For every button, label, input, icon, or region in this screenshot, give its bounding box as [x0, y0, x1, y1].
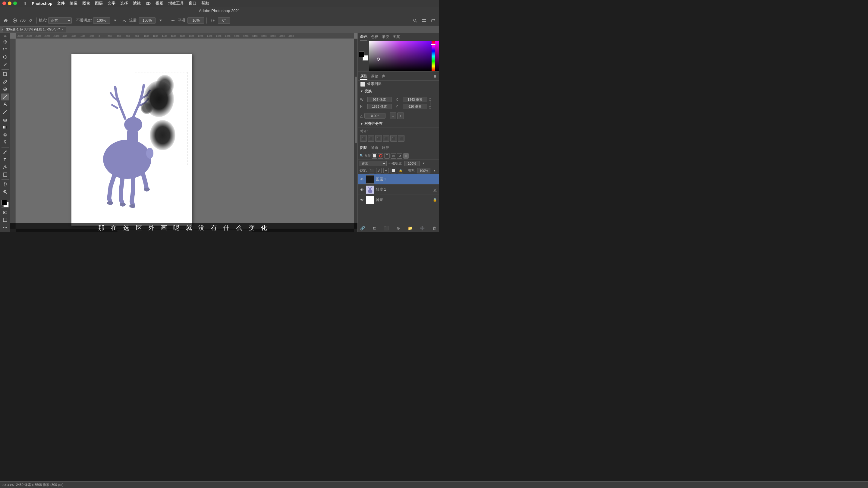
brightness-slider[interactable]: [435, 41, 439, 71]
angle-input-props[interactable]: [364, 113, 385, 118]
tool-marquee[interactable]: [1, 46, 9, 53]
add-layer-style-btn[interactable]: fx: [372, 225, 378, 231]
share-button[interactable]: [429, 17, 437, 24]
link-layers-btn[interactable]: 🔗: [360, 225, 366, 231]
blend-mode-select[interactable]: 正常: [360, 161, 387, 166]
smoothing-input[interactable]: [187, 17, 204, 24]
maximize-button[interactable]: [13, 1, 17, 5]
opacity-dropdown-btn[interactable]: ▾: [421, 161, 426, 166]
menu-edit[interactable]: 编辑: [70, 1, 78, 6]
tool-colors[interactable]: [1, 199, 9, 206]
link-constraint-icon[interactable]: [429, 96, 431, 110]
lock-paint-btn[interactable]: 🖊: [376, 168, 381, 173]
align-top-btn[interactable]: ⬛: [383, 135, 390, 142]
tab-layers[interactable]: 图层: [360, 145, 367, 150]
filter-adjustment-btn[interactable]: ⭕: [378, 153, 383, 159]
tool-dodge[interactable]: [1, 139, 9, 146]
menu-window[interactable]: 窗口: [189, 1, 196, 6]
tool-screen-mode[interactable]: [1, 217, 9, 224]
align-bottom-btn[interactable]: ⬛: [398, 135, 404, 142]
home-button[interactable]: [2, 17, 10, 24]
brush-preset-picker[interactable]: [11, 17, 19, 24]
tool-magic-wand[interactable]: [1, 61, 9, 68]
tool-pen[interactable]: [1, 148, 9, 155]
tab-libraries[interactable]: 库: [382, 73, 385, 80]
tool-history-brush[interactable]: [1, 109, 9, 116]
layer-item-1[interactable]: 👁 图层 1: [358, 174, 439, 184]
color-panel-collapse[interactable]: ☰: [434, 35, 436, 38]
add-mask-btn[interactable]: ⬛: [383, 225, 390, 231]
w-input[interactable]: [367, 97, 392, 102]
artwork-viewport[interactable]: [16, 38, 354, 229]
h-input[interactable]: [367, 104, 392, 109]
opacity-layers-input[interactable]: [404, 161, 420, 166]
transform-section-header[interactable]: ▼ 变换: [358, 87, 439, 95]
airbrush-btn[interactable]: [169, 17, 177, 24]
layer-item-bg[interactable]: 👁 背景 🔒: [358, 195, 439, 205]
filter-shape-btn[interactable]: ▭: [391, 153, 396, 159]
add-group-btn[interactable]: 📁: [407, 225, 413, 231]
menu-image[interactable]: 图像: [82, 1, 90, 6]
layer-visibility-bg[interactable]: 👁: [360, 198, 364, 202]
document-tab[interactable]: 未标题-1 @ 33.3% (牡鹿 1, RGB/8) * ×: [3, 26, 66, 33]
menu-file[interactable]: 文件: [57, 1, 65, 6]
align-center-h-btn[interactable]: ⬛: [368, 135, 374, 142]
apple-menu[interactable]: : [24, 1, 26, 6]
tool-path-selection[interactable]: [1, 164, 9, 171]
fill-input[interactable]: [417, 168, 430, 173]
color-spectrum-picker[interactable]: [369, 41, 432, 71]
mode-select[interactable]: 正常 溶解 正片叠底: [48, 17, 72, 24]
lock-pixels-btn[interactable]: ⬛: [369, 168, 374, 173]
menu-layer[interactable]: 图层: [95, 1, 103, 6]
fg-color[interactable]: [359, 52, 364, 57]
fill-dropdown-btn[interactable]: ▾: [432, 168, 437, 173]
tab-channels[interactable]: 通道: [371, 145, 378, 150]
opacity-input[interactable]: [93, 17, 110, 24]
filter-type-btn[interactable]: T: [384, 153, 390, 159]
window-controls[interactable]: [2, 1, 17, 5]
tab-color[interactable]: 颜色: [360, 33, 367, 40]
menu-type[interactable]: 文字: [107, 1, 116, 6]
menu-view[interactable]: 视图: [156, 1, 163, 6]
layer-visibility-1[interactable]: 👁: [360, 177, 364, 182]
angle-input[interactable]: [218, 17, 230, 24]
tool-crop[interactable]: [1, 70, 9, 78]
flip-h-btn[interactable]: ↔: [390, 113, 396, 119]
add-adjustment-btn[interactable]: ⊕: [396, 225, 401, 231]
align-right-btn[interactable]: ⬛: [375, 135, 382, 142]
tab-paths[interactable]: 路径: [382, 145, 389, 150]
menu-filter[interactable]: 滤镜: [133, 1, 141, 6]
align-section-header[interactable]: ▼ 对齐并分布: [358, 120, 439, 128]
v-scrollbar-thumb[interactable]: [355, 77, 357, 143]
tab-patterns[interactable]: 图案: [393, 34, 400, 40]
opacity-settings-btn[interactable]: [111, 17, 119, 24]
brush-settings-button[interactable]: [27, 17, 34, 24]
tool-gradient[interactable]: [1, 124, 9, 131]
tab-swatches[interactable]: 色板: [371, 34, 378, 40]
align-left-btn[interactable]: ⬛: [360, 135, 367, 142]
tool-more[interactable]: [1, 224, 9, 231]
filter-pixel-btn[interactable]: ⬜: [372, 153, 377, 159]
lock-all-btn[interactable]: 🔒: [398, 168, 403, 173]
flip-v-btn[interactable]: ↕: [397, 113, 404, 119]
layer-item-deer[interactable]: 👁 牡鹿 1 ⊕: [358, 184, 439, 195]
menu-select[interactable]: 选择: [120, 1, 128, 6]
tool-move[interactable]: [1, 38, 9, 45]
tool-hand[interactable]: [1, 181, 9, 188]
search-button[interactable]: [411, 17, 419, 24]
tab-adjustments[interactable]: 调整: [371, 73, 378, 80]
tab-properties[interactable]: 属性: [360, 73, 367, 80]
menu-help[interactable]: 帮助: [201, 1, 209, 6]
tool-zoom[interactable]: [1, 189, 9, 196]
filter-smart-btn[interactable]: ⚙: [397, 153, 402, 159]
tool-spot-heal[interactable]: [1, 86, 9, 93]
doc-tab-close-btn[interactable]: ×: [61, 28, 63, 31]
tool-text[interactable]: T: [1, 156, 9, 163]
minimize-button[interactable]: [8, 1, 11, 5]
filter-enable-btn[interactable]: ●: [403, 153, 409, 159]
v-scrollbar[interactable]: [354, 38, 358, 229]
layer-visibility-deer[interactable]: 👁: [360, 187, 364, 192]
tool-eraser[interactable]: [1, 116, 9, 123]
close-button[interactable]: [2, 1, 6, 5]
tool-mask-mode[interactable]: [1, 209, 9, 216]
